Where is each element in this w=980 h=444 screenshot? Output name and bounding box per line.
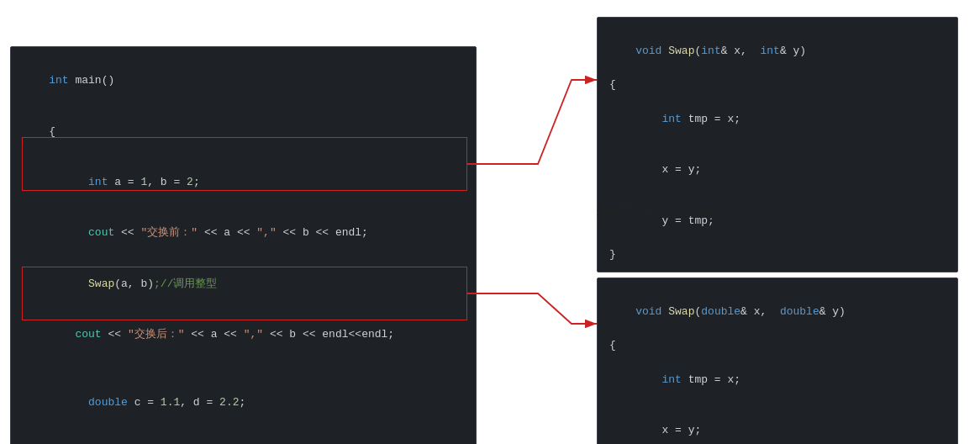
code-line-blank xyxy=(23,361,464,378)
code-line-brace-open: { xyxy=(23,106,464,156)
arrow-int-to-top-panel xyxy=(467,80,597,164)
top-right-tmp: int tmp = x; xyxy=(609,94,946,145)
code-line-double-c: double c = 1.1, d = 2.2; xyxy=(23,378,464,428)
top-right-header: void Swap(int& x, int& y) xyxy=(609,26,946,77)
bottom-right-header: void Swap(double& x, double& y) xyxy=(609,287,946,337)
main-code-panel: int main() { int a = 1, b = 2; cout << "… xyxy=(10,46,477,444)
arrow-double-to-bottom-panel xyxy=(467,293,597,324)
bottom-right-x-eq-y: x = y; xyxy=(609,405,946,444)
bottom-right-code-panel: void Swap(double& x, double& y) { int tm… xyxy=(597,278,958,444)
top-right-brace-close: } xyxy=(609,246,946,263)
top-right-code-panel: void Swap(int& x, int& y) { int tmp = x;… xyxy=(597,17,958,272)
code-line-cout-before-int: cout << "交换前：" << a << "," << b << endl; xyxy=(23,208,464,258)
bottom-right-tmp: int tmp = x; xyxy=(609,355,946,405)
code-line-swap-int: Swap(a, b);//调用整型 xyxy=(23,259,464,309)
description-text: 根据不同的类型生成对应的函数 xyxy=(597,206,761,221)
top-right-brace-open: { xyxy=(609,77,946,93)
top-right-x-eq-y: x = y; xyxy=(609,145,946,195)
code-line-cout-after-int: cout << "交换后：" << a << "," << b << endl<… xyxy=(23,309,464,360)
code-line-int-a: int a = 1, b = 2; xyxy=(23,157,464,208)
code-line-header: int main() xyxy=(23,56,464,106)
bottom-right-brace-open: { xyxy=(609,337,946,354)
code-line-cout-before-double: cout << "交换前：" << c << "," << d << endl; xyxy=(23,428,464,444)
